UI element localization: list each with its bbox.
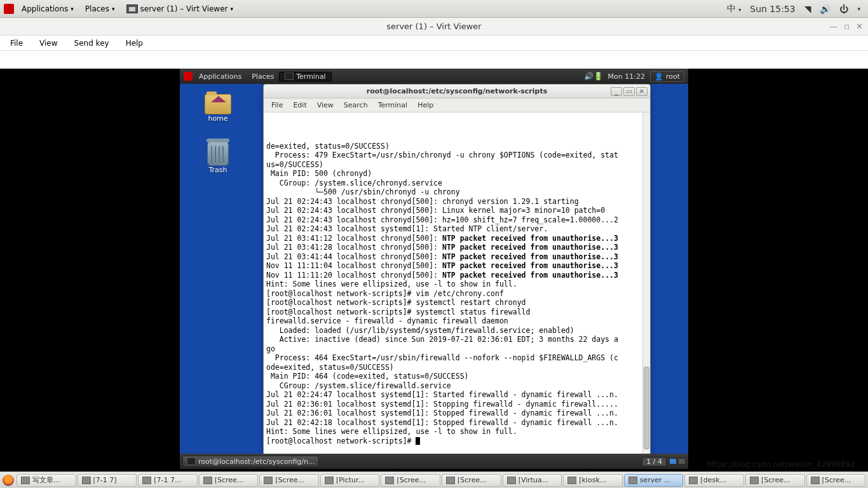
active-window-button[interactable]: server (1) – Virt Viewer▾ bbox=[121, 0, 238, 17]
guest-taskbar: root@localhost:/etc/sysconfig/n... 1 / 4 bbox=[180, 454, 688, 469]
app-titlebar[interactable]: server (1) – Virt Viewer — ▫ ✕ bbox=[0, 18, 868, 36]
terminal-minimize-button[interactable]: _ bbox=[611, 87, 622, 96]
firefox-launcher[interactable] bbox=[3, 475, 14, 486]
app-icon bbox=[628, 477, 637, 484]
taskbar-item[interactable]: server ... bbox=[624, 474, 684, 487]
app-icon bbox=[203, 477, 212, 484]
taskbar-item[interactable]: [7-1 7] bbox=[78, 474, 137, 487]
taskbar-item[interactable]: [desk... bbox=[684, 474, 744, 487]
guest-terminal-window[interactable]: root@localhost:/etc/sysconfig/network-sc… bbox=[263, 84, 651, 456]
taskbar-item[interactable]: [kiosk... bbox=[563, 474, 623, 487]
host-top-panel: Applications▾ Places▾ server (1) – Virt … bbox=[0, 0, 868, 18]
taskbar-item[interactable]: [Pictur... bbox=[320, 474, 380, 487]
menu-view[interactable]: View bbox=[33, 39, 64, 48]
virt-viewer-window: server (1) – Virt Viewer — ▫ ✕ File View… bbox=[0, 18, 868, 471]
menu-sendkey[interactable]: Send key bbox=[68, 39, 116, 48]
desktop-home-icon[interactable]: home bbox=[199, 94, 237, 123]
terminal-menubar: File Edit View Search Terminal Help bbox=[264, 98, 650, 112]
app-icon bbox=[385, 477, 394, 484]
guest-volume-icon[interactable]: 🔊 bbox=[584, 72, 593, 81]
guest-desktop[interactable]: Applications Places Terminal 🔊 🔋 Mon 11:… bbox=[180, 69, 688, 469]
scrollbar-thumb[interactable] bbox=[644, 367, 649, 449]
taskbar-item[interactable]: [Scree... bbox=[806, 474, 865, 487]
terminal-scrollbar[interactable] bbox=[642, 112, 650, 456]
volume-icon[interactable]: 🔊 bbox=[816, 4, 834, 14]
guest-places-menu[interactable]: Places bbox=[247, 72, 279, 81]
taskbar-item[interactable]: [Scree... bbox=[745, 474, 805, 487]
terminal-output[interactable]: de=exited, status=0/SUCCESS) Process: 47… bbox=[264, 112, 650, 456]
terminal-title: root@localhost:/etc/sysconfig/network-sc… bbox=[367, 87, 547, 95]
taskbar-item[interactable]: 写文章... bbox=[17, 474, 76, 487]
term-menu-file[interactable]: File bbox=[266, 101, 288, 109]
app-icon bbox=[750, 477, 759, 484]
app-menubar: File View Send key Help bbox=[0, 36, 868, 51]
taskbar-item[interactable]: [Scree... bbox=[381, 474, 440, 487]
terminal-icon bbox=[187, 458, 196, 465]
term-menu-edit[interactable]: Edit bbox=[288, 101, 311, 109]
terminal-titlebar[interactable]: root@localhost:/etc/sysconfig/network-sc… bbox=[264, 85, 650, 98]
term-menu-view[interactable]: View bbox=[312, 101, 339, 109]
app-icon bbox=[811, 477, 820, 484]
desktop-trash-label: Trash bbox=[208, 166, 227, 174]
host-taskbar: 写文章...[7-1 7][7-1 7...[Scree...[Scree...… bbox=[0, 471, 868, 488]
redhat-logo-icon bbox=[4, 4, 14, 14]
user-menu-caret[interactable]: ▾ bbox=[853, 6, 864, 12]
taskbar-item[interactable]: [Virtua... bbox=[503, 474, 562, 487]
app-icon bbox=[567, 477, 576, 484]
desktop-trash-icon[interactable]: Trash bbox=[199, 142, 237, 174]
guest-battery-icon[interactable]: 🔋 bbox=[593, 72, 603, 81]
term-menu-terminal[interactable]: Terminal bbox=[373, 101, 413, 109]
places-menu[interactable]: Places▾ bbox=[80, 0, 120, 17]
term-menu-help[interactable]: Help bbox=[412, 101, 438, 109]
workspace-indicator[interactable]: 1 / 4 bbox=[642, 457, 667, 466]
taskbar-terminal-button[interactable]: root@localhost:/etc/sysconfig/n... bbox=[182, 456, 319, 467]
close-button[interactable]: ✕ bbox=[856, 22, 863, 31]
desktop-home-label: home bbox=[208, 114, 227, 123]
maximize-button[interactable]: ▫ bbox=[844, 22, 850, 31]
terminal-maximize-button[interactable]: ▭ bbox=[623, 87, 635, 96]
power-icon[interactable]: ⏻ bbox=[836, 4, 852, 14]
term-menu-search[interactable]: Search bbox=[339, 101, 373, 109]
workspace-switcher[interactable] bbox=[669, 458, 686, 464]
terminal-close-button[interactable]: ✕ bbox=[636, 87, 648, 96]
guest-applications-menu[interactable]: Applications bbox=[194, 72, 247, 81]
taskbar-item[interactable]: [Scree... bbox=[199, 474, 259, 487]
app-icon bbox=[82, 477, 91, 484]
guest-terminal-launcher[interactable]: Terminal bbox=[279, 72, 332, 81]
guest-clock[interactable]: Mon 11:22 bbox=[603, 72, 650, 81]
app-title: server (1) – Virt Viewer bbox=[386, 22, 481, 31]
taskbar-item[interactable]: [Scree... bbox=[259, 474, 319, 487]
app-icon bbox=[264, 477, 273, 484]
clock[interactable]: Sun 15:53 bbox=[746, 4, 799, 14]
user-icon: 👤 bbox=[654, 72, 663, 81]
ime-indicator[interactable]: 中▾ bbox=[723, 3, 745, 15]
taskbar-item[interactable]: [7-1 7... bbox=[138, 474, 198, 487]
guest-user-menu[interactable]: 👤root bbox=[650, 71, 684, 82]
app-icon bbox=[325, 477, 334, 484]
minimize-button[interactable]: — bbox=[829, 22, 837, 31]
app-icon bbox=[21, 477, 30, 484]
menu-help[interactable]: Help bbox=[119, 39, 149, 48]
app-icon bbox=[142, 477, 151, 484]
app-icon bbox=[446, 477, 455, 484]
network-icon[interactable]: ◥ bbox=[801, 4, 815, 14]
applications-menu[interactable]: Applications▾ bbox=[17, 0, 79, 17]
app-icon bbox=[507, 477, 516, 484]
guest-logo-icon bbox=[184, 72, 193, 81]
vm-display[interactable]: Applications Places Terminal 🔊 🔋 Mon 11:… bbox=[0, 69, 868, 471]
guest-top-panel: Applications Places Terminal 🔊 🔋 Mon 11:… bbox=[180, 69, 688, 84]
taskbar-item[interactable]: [Scree... bbox=[442, 474, 501, 487]
app-icon bbox=[689, 477, 698, 484]
menu-file[interactable]: File bbox=[4, 39, 29, 48]
terminal-icon bbox=[285, 72, 294, 80]
